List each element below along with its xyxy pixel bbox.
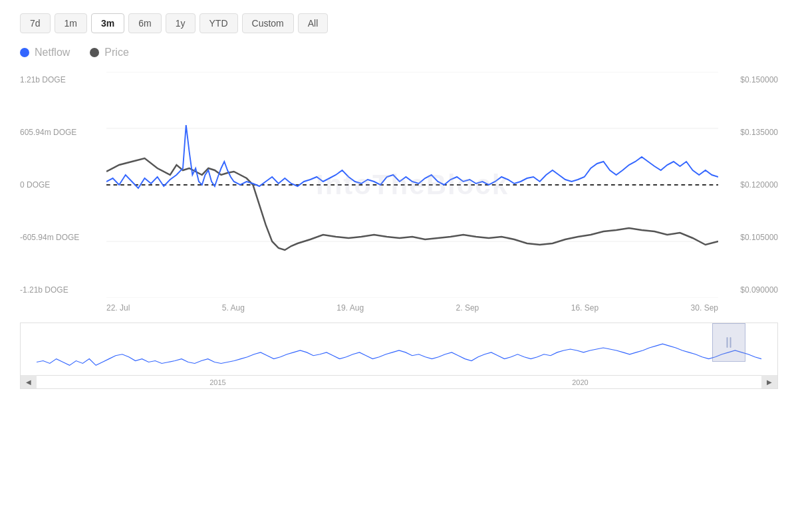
mini-x-label-2020: 2020 (572, 378, 588, 386)
btn-all[interactable]: All (298, 13, 329, 33)
btn-6m[interactable]: 6m (128, 13, 161, 33)
legend-price: Price (90, 47, 128, 59)
scroll-handle[interactable] (712, 323, 745, 362)
x-label-3: 19. Aug (336, 303, 364, 313)
price-label: Price (104, 47, 128, 59)
btn-3m[interactable]: 3m (91, 13, 124, 33)
y-left-3: 0 DOGE (20, 180, 106, 190)
x-axis: 22. Jul 5. Aug 19. Aug 2. Sep 16. Sep 30… (106, 298, 718, 313)
y-right-1: $0.150000 (740, 75, 778, 84)
y-left-2: 605.94m DOGE (20, 128, 106, 137)
price-line (106, 158, 718, 250)
legend-netflow: Netflow (20, 47, 70, 59)
y-left-1: 1.21b DOGE (20, 75, 106, 84)
main-chart-svg (106, 72, 718, 298)
x-label-5: 16. Sep (571, 303, 598, 313)
nav-left-btn[interactable]: ◀ (21, 375, 37, 388)
grip-bar-2 (730, 337, 732, 348)
time-range-selector: 7d 1m 3m 6m 1y YTD Custom All (20, 13, 778, 33)
y-right-3: $0.120000 (740, 180, 778, 190)
y-right-4: $0.105000 (740, 233, 778, 242)
btn-1m[interactable]: 1m (55, 13, 87, 33)
btn-7d[interactable]: 7d (20, 13, 51, 33)
x-label-1: 22. Jul (106, 303, 130, 313)
y-axis-right: $0.150000 $0.135000 $0.120000 $0.105000 … (718, 72, 778, 298)
main-container: 7d 1m 3m 6m 1y YTD Custom All Netflow Pr… (0, 0, 798, 532)
mini-x-label-2015: 2015 (209, 378, 225, 386)
grip-bar-1 (727, 337, 728, 348)
x-label-4: 2. Sep (456, 303, 479, 313)
y-left-5: -1.21b DOGE (20, 285, 106, 295)
chart-legend: Netflow Price (20, 47, 778, 59)
netflow-line (106, 125, 718, 188)
btn-ytd[interactable]: YTD (200, 13, 238, 33)
netflow-dot (20, 48, 29, 57)
netflow-label: Netflow (35, 47, 70, 59)
y-right-5: $0.090000 (740, 285, 778, 295)
mini-chart-svg (37, 323, 761, 375)
main-chart: 1.21b DOGE 605.94m DOGE 0 DOGE -605.94m … (20, 72, 778, 298)
mini-x-axis: 2015 2020 (21, 375, 777, 388)
btn-custom[interactable]: Custom (242, 13, 294, 33)
chart-svg-container: IntoTheBlock (106, 72, 718, 298)
btn-1y[interactable]: 1y (166, 13, 196, 33)
price-dot (90, 48, 99, 57)
x-label-2: 5. Aug (222, 303, 245, 313)
chart-wrapper: 1.21b DOGE 605.94m DOGE 0 DOGE -605.94m … (20, 72, 778, 389)
mini-chart-inner (37, 323, 761, 375)
scroll-grip (727, 337, 732, 348)
y-left-4: -605.94m DOGE (20, 233, 106, 242)
x-label-6: 30. Sep (691, 303, 718, 313)
y-right-2: $0.135000 (740, 128, 778, 137)
y-axis-left: 1.21b DOGE 605.94m DOGE 0 DOGE -605.94m … (20, 72, 106, 298)
mini-chart: ◀ ▶ 2015 2020 (20, 323, 778, 389)
nav-right-btn[interactable]: ▶ (761, 375, 777, 388)
